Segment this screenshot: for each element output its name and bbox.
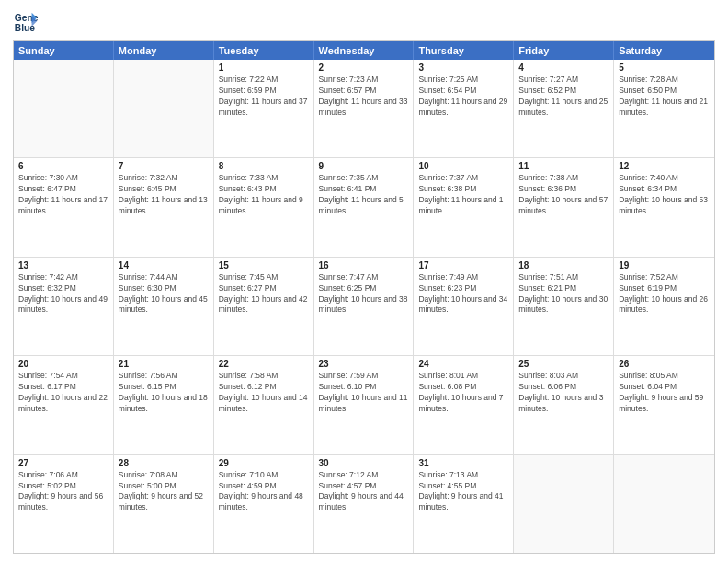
daylight-text: Daylight: 10 hours and 30 minutes. [518, 294, 609, 316]
calendar-cell: 5 Sunrise: 7:28 AM Sunset: 6:50 PM Dayli… [614, 60, 714, 157]
daylight-text: Daylight: 10 hours and 42 minutes. [219, 294, 309, 316]
daylight-text: Daylight: 11 hours and 25 minutes. [518, 97, 609, 119]
day-number: 21 [119, 359, 209, 369]
calendar-cell: 11 Sunrise: 7:38 AM Sunset: 6:36 PM Dayl… [514, 158, 614, 256]
calendar-cell: 27 Sunrise: 7:06 AM Sunset: 5:02 PM Dayl… [14, 455, 114, 553]
day-number: 18 [518, 260, 609, 270]
calendar-cell [614, 455, 714, 553]
daylight-text: Daylight: 9 hours and 48 minutes. [219, 491, 309, 513]
calendar-cell: 2 Sunrise: 7:23 AM Sunset: 6:57 PM Dayli… [314, 60, 415, 157]
sunset-text: Sunset: 6:54 PM [418, 86, 508, 97]
calendar-cell: 16 Sunrise: 7:47 AM Sunset: 6:25 PM Dayl… [314, 258, 415, 355]
sunrise-text: Sunrise: 7:45 AM [219, 272, 309, 283]
calendar-cell [514, 455, 614, 553]
daylight-text: Daylight: 10 hours and 11 minutes. [319, 393, 409, 415]
calendar-cell: 24 Sunrise: 8:01 AM Sunset: 6:08 PM Dayl… [414, 356, 514, 454]
sunset-text: Sunset: 4:55 PM [418, 481, 508, 492]
weekday-header: Thursday [414, 41, 514, 60]
day-number: 4 [518, 63, 609, 73]
sunset-text: Sunset: 6:08 PM [418, 382, 508, 393]
day-number: 16 [319, 260, 409, 270]
calendar-cell: 26 Sunrise: 8:05 AM Sunset: 6:04 PM Dayl… [614, 356, 714, 454]
day-number: 25 [518, 359, 609, 369]
daylight-text: Daylight: 10 hours and 45 minutes. [119, 294, 209, 316]
sunset-text: Sunset: 6:34 PM [619, 184, 710, 195]
daylight-text: Daylight: 10 hours and 57 minutes. [518, 195, 609, 217]
sunrise-text: Sunrise: 8:01 AM [418, 371, 508, 382]
calendar-cell: 28 Sunrise: 7:08 AM Sunset: 5:00 PM Dayl… [114, 455, 214, 553]
sunrise-text: Sunrise: 7:49 AM [418, 272, 508, 283]
calendar-row: 6 Sunrise: 7:30 AM Sunset: 6:47 PM Dayli… [14, 157, 714, 256]
daylight-text: Daylight: 11 hours and 5 minutes. [319, 195, 409, 217]
day-number: 23 [319, 359, 409, 369]
day-number: 20 [18, 359, 108, 369]
sunrise-text: Sunrise: 7:27 AM [518, 75, 609, 86]
day-number: 6 [18, 161, 108, 171]
sunrise-text: Sunrise: 7:13 AM [418, 470, 508, 481]
calendar-cell: 21 Sunrise: 7:56 AM Sunset: 6:15 PM Dayl… [114, 356, 214, 454]
calendar-body: 1 Sunrise: 7:22 AM Sunset: 6:59 PM Dayli… [14, 60, 714, 553]
calendar-cell: 23 Sunrise: 7:59 AM Sunset: 6:10 PM Dayl… [314, 356, 415, 454]
sunset-text: Sunset: 6:36 PM [518, 184, 609, 195]
calendar-row: 13 Sunrise: 7:42 AM Sunset: 6:32 PM Dayl… [14, 257, 714, 355]
sunset-text: Sunset: 6:59 PM [219, 86, 309, 97]
calendar-cell: 25 Sunrise: 8:03 AM Sunset: 6:06 PM Dayl… [514, 356, 614, 454]
calendar-header: SundayMondayTuesdayWednesdayThursdayFrid… [14, 41, 714, 60]
daylight-text: Daylight: 10 hours and 7 minutes. [418, 393, 508, 415]
daylight-text: Daylight: 11 hours and 21 minutes. [619, 97, 710, 119]
sunset-text: Sunset: 6:23 PM [418, 283, 508, 294]
sunset-text: Sunset: 6:15 PM [119, 382, 209, 393]
calendar-cell [14, 60, 114, 157]
daylight-text: Daylight: 9 hours and 56 minutes. [18, 491, 108, 513]
day-number: 3 [418, 63, 508, 73]
sunset-text: Sunset: 4:57 PM [319, 481, 409, 492]
sunrise-text: Sunrise: 7:35 AM [319, 173, 409, 184]
page: General Blue SundayMondayTuesdayWednesda… [0, 0, 728, 563]
day-number: 28 [119, 458, 209, 468]
daylight-text: Daylight: 11 hours and 13 minutes. [119, 195, 209, 217]
sunrise-text: Sunrise: 7:10 AM [219, 470, 309, 481]
sunset-text: Sunset: 5:02 PM [18, 481, 108, 492]
calendar-cell: 29 Sunrise: 7:10 AM Sunset: 4:59 PM Dayl… [214, 455, 314, 553]
sunrise-text: Sunrise: 7:59 AM [319, 371, 409, 382]
sunrise-text: Sunrise: 7:47 AM [319, 272, 409, 283]
day-number: 12 [619, 161, 710, 171]
daylight-text: Daylight: 9 hours and 41 minutes. [418, 491, 508, 513]
daylight-text: Daylight: 9 hours and 52 minutes. [119, 491, 209, 513]
daylight-text: Daylight: 9 hours and 59 minutes. [619, 393, 710, 415]
sunset-text: Sunset: 4:59 PM [219, 481, 309, 492]
sunrise-text: Sunrise: 7:06 AM [18, 470, 108, 481]
daylight-text: Daylight: 10 hours and 3 minutes. [518, 393, 609, 415]
sunrise-text: Sunrise: 7:40 AM [619, 173, 710, 184]
sunrise-text: Sunrise: 7:44 AM [119, 272, 209, 283]
calendar-cell: 30 Sunrise: 7:12 AM Sunset: 4:57 PM Dayl… [314, 455, 415, 553]
calendar-cell: 31 Sunrise: 7:13 AM Sunset: 4:55 PM Dayl… [414, 455, 514, 553]
day-number: 15 [219, 260, 309, 270]
sunrise-text: Sunrise: 7:23 AM [319, 75, 409, 86]
daylight-text: Daylight: 10 hours and 53 minutes. [619, 195, 710, 217]
day-number: 14 [119, 260, 209, 270]
calendar-cell: 22 Sunrise: 7:58 AM Sunset: 6:12 PM Dayl… [214, 356, 314, 454]
calendar-cell: 4 Sunrise: 7:27 AM Sunset: 6:52 PM Dayli… [514, 60, 614, 157]
calendar-cell: 17 Sunrise: 7:49 AM Sunset: 6:23 PM Dayl… [414, 258, 514, 355]
sunrise-text: Sunrise: 7:42 AM [18, 272, 108, 283]
weekday-header: Saturday [614, 41, 714, 60]
weekday-header: Sunday [14, 41, 114, 60]
calendar-cell: 12 Sunrise: 7:40 AM Sunset: 6:34 PM Dayl… [614, 158, 714, 256]
calendar: SundayMondayTuesdayWednesdayThursdayFrid… [13, 40, 715, 554]
calendar-row: 20 Sunrise: 7:54 AM Sunset: 6:17 PM Dayl… [14, 355, 714, 454]
day-number: 17 [418, 260, 508, 270]
sunrise-text: Sunrise: 7:52 AM [619, 272, 710, 283]
sunrise-text: Sunrise: 7:38 AM [518, 173, 609, 184]
calendar-cell: 9 Sunrise: 7:35 AM Sunset: 6:41 PM Dayli… [314, 158, 415, 256]
sunrise-text: Sunrise: 7:54 AM [18, 371, 108, 382]
daylight-text: Daylight: 10 hours and 22 minutes. [18, 393, 108, 415]
day-number: 19 [619, 260, 710, 270]
daylight-text: Daylight: 10 hours and 18 minutes. [119, 393, 209, 415]
sunset-text: Sunset: 6:17 PM [18, 382, 108, 393]
calendar-row: 1 Sunrise: 7:22 AM Sunset: 6:59 PM Dayli… [14, 60, 714, 157]
day-number: 9 [319, 161, 409, 171]
sunset-text: Sunset: 6:21 PM [518, 283, 609, 294]
day-number: 1 [219, 63, 309, 73]
sunrise-text: Sunrise: 8:03 AM [518, 371, 609, 382]
